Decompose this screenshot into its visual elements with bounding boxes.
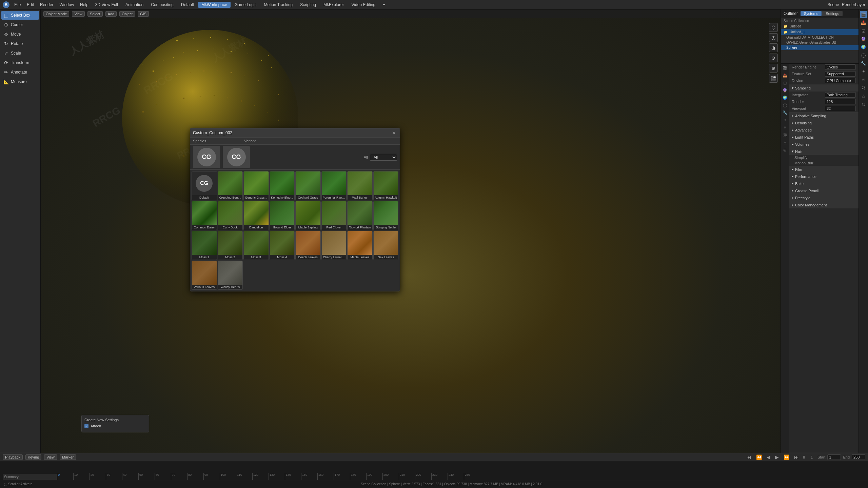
freestyle-header[interactable]: ▸ Freestyle [789,194,859,201]
object-menu-btn[interactable]: Object [119,11,135,17]
modifier-icon-btn[interactable]: 🔧 [782,109,788,116]
properties-scene-btn[interactable]: 🔮 [860,35,867,43]
species-moss2[interactable]: Moss 2 [218,231,243,260]
output-icon-btn[interactable]: 📤 [782,72,788,79]
tab-animation[interactable]: Animation [122,2,147,8]
render-samples-input[interactable]: 128 [825,99,856,104]
viewport-samples-input[interactable]: 32 [825,106,856,111]
variant-thumb-main[interactable]: CG [223,146,250,168]
species-red-clover[interactable]: Red Clover [321,201,347,230]
tool-measure[interactable]: 📐 Measure [1,77,39,86]
outliner-item-0[interactable]: 📁 Untitled [781,23,859,29]
tab-gamelogic[interactable]: Game Logic [231,2,260,8]
integrator-input[interactable]: Path Tracing [825,92,856,98]
particles-icon-btn[interactable]: ✦ [782,117,788,123]
jump-end-btn[interactable]: ⏭ [793,454,800,461]
timeline-playback-btn[interactable]: Playback [3,454,23,460]
viewport-x-ray-btn[interactable]: ◎ [769,33,778,42]
properties-output-btn[interactable]: 📤 [860,19,867,26]
tab-add[interactable]: + [379,2,389,8]
scatter-panel-close[interactable]: ✕ [391,130,397,136]
viewport-gizmo-btn[interactable]: ⊕ [769,64,778,73]
species-thumb-main[interactable]: CG [193,146,220,168]
species-kentucky-blue[interactable]: Kentucky Blue... [270,171,295,200]
denoising-header[interactable]: ▸ Denoising [789,119,859,126]
variant-selector[interactable]: CG [223,146,250,168]
data-icon-btn[interactable]: △ [782,139,788,146]
menu-help[interactable]: Help [77,2,91,8]
render-icon-btn[interactable]: 🎬 [782,64,788,71]
species-moss1[interactable]: Moss 1 [192,231,217,260]
sub-item-1[interactable]: GW4LD.GenericGrassBlades.UB [781,40,859,45]
tool-scale[interactable]: ⤢ Scale [1,49,39,58]
sub-item-0[interactable]: Graswald.DATA_COLLECTION [781,35,859,40]
species-ribwort[interactable]: Ribwort Plantain [347,201,373,230]
tab-3dview[interactable]: 3D View Full [92,2,121,8]
tab-default[interactable]: Default [178,2,197,8]
view-layer-icon-btn[interactable]: ◱ [782,79,788,86]
menu-edit[interactable]: Edit [24,2,37,8]
sampling-header[interactable]: ▾ Sampling [789,84,859,92]
attach-checkbox[interactable]: ✓ [84,424,88,428]
feature-set-input[interactable]: Supported [825,71,856,77]
scene-icon-btn[interactable]: 🔮 [782,87,788,94]
viewport-perspective-btn[interactable]: ⬡ [769,23,778,32]
species-dandelion[interactable]: Dandelion [243,201,269,230]
tool-rotate[interactable]: ↻ Rotate [1,39,39,48]
viewport-render-btn[interactable]: 🎬 [769,74,778,83]
species-curly-dock[interactable]: Curly Dock [218,201,243,230]
bake-header[interactable]: ▸ Bake [789,180,859,187]
viewport-shading-btn[interactable]: ◑ [769,43,778,52]
step-forward-btn[interactable]: ⏩ [782,454,791,461]
timeline-keying-btn[interactable]: Keying [25,454,42,460]
start-frame-input[interactable] [827,454,841,460]
view-menu-btn[interactable]: View [72,11,85,17]
timeline-ruler[interactable]: Summary 0 10 20 30 40 50 60 70 80 90 100… [0,461,868,480]
film-header[interactable]: ▸ Film [789,166,859,173]
species-ground-elder[interactable]: Ground Elder [270,201,295,230]
species-maple-sapling[interactable]: Maple Sapling [295,201,321,230]
species-beech-leaves[interactable]: Beech Leaves [295,231,321,260]
species-stinging-nettle[interactable]: Stinging Nettle [373,201,399,230]
species-generic-grass[interactable]: Generic Grass... [243,171,269,200]
tool-selectbox[interactable]: ⬚ Select Box [1,11,39,20]
timeline-view-btn[interactable]: View [44,454,57,460]
volumes-header[interactable]: ▸ Volumes [789,141,859,148]
outliner-item-1[interactable]: 📁 Untitled_1 [781,29,859,35]
outliner-tab-systems[interactable]: Systems [801,11,822,16]
physics-icon-btn[interactable]: ⚛ [782,124,788,131]
species-filter-dropdown[interactable]: All [370,154,397,161]
tab-mkexplorer[interactable]: MkExplorer [320,2,348,8]
species-maple-leaves[interactable]: Maple Leaves [347,231,373,260]
object-mode-selector[interactable]: Object Mode [43,11,69,17]
species-creeping-bent[interactable]: Creeping Bent... [218,171,243,200]
species-default[interactable]: CG Default [192,171,217,200]
menu-window[interactable]: Window [57,2,77,8]
outliner-tab-settings[interactable]: Settings [822,11,843,16]
species-autumn-hawkbit[interactable]: Autumn Hawkbit [373,171,399,200]
menu-render[interactable]: Render [37,2,56,8]
species-common-daisy[interactable]: Common Daisy [192,201,217,230]
properties-constraints-btn[interactable]: ⛓ [860,84,867,92]
properties-world-btn[interactable]: 🌍 [860,43,867,51]
menu-file[interactable]: File [12,2,23,8]
properties-physics-btn[interactable]: ⚛ [860,76,867,83]
material-icon-btn[interactable]: ◎ [782,146,788,153]
step-back-btn[interactable]: ⏪ [755,454,763,461]
tool-move[interactable]: ✥ Move [1,30,39,39]
species-various-leaves[interactable]: Various Leaves [192,261,217,290]
gis-menu-btn[interactable]: GIS [138,11,149,17]
properties-data-btn[interactable]: △ [860,92,867,100]
performance-header[interactable]: ▸ Performance [789,173,859,180]
end-frame-input[interactable] [852,454,865,460]
color-management-header[interactable]: ▸ Color Management [789,201,859,208]
species-perennial-rye[interactable]: Perennial Ryeg... [321,171,347,200]
properties-particles-btn[interactable]: ✦ [860,68,867,75]
tab-scripting[interactable]: Scripting [297,2,319,8]
world-icon-btn[interactable]: 🌍 [782,94,788,101]
render-engine-input[interactable]: Cycles [825,64,856,70]
species-oak-leaves[interactable]: Oak Leaves [373,231,399,260]
properties-render-btn[interactable]: 🎬 [860,11,867,18]
properties-view-layer-btn[interactable]: ◱ [860,27,867,35]
hair-header[interactable]: ▾ Hair [789,148,859,155]
